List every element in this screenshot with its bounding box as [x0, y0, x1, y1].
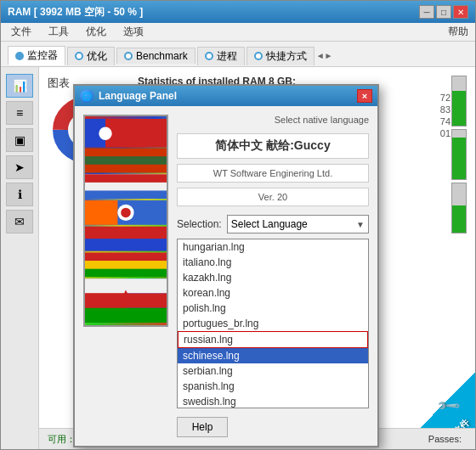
- dropdown-item-2[interactable]: kazakh.lng: [178, 270, 368, 285]
- dropdown-item-6[interactable]: russian.lng: [178, 331, 368, 348]
- tab-radio-process: [205, 52, 213, 60]
- dialog-body: Select native language 简体中文 献给:Guccy WT …: [75, 106, 377, 446]
- version-box: Ver. 20: [177, 188, 369, 206]
- dropdown-item-9[interactable]: swedish.lng: [178, 394, 368, 408]
- main-window: RAM [ 3992 MB 空闲 - 50 % ] ─ □ ✕ 文件 工具 优化…: [0, 0, 476, 450]
- title-text: RAM [ 3992 MB 空闲 - 50 % ]: [8, 5, 143, 20]
- dialog-title-text: Language Panel: [99, 90, 177, 102]
- flags-image: [83, 115, 168, 327]
- dropdown-value: Select Language: [231, 218, 308, 230]
- svg-point-17: [121, 208, 131, 218]
- dropdown-item-schinese[interactable]: schinese.lng: [178, 348, 368, 363]
- close-button[interactable]: ✕: [453, 5, 468, 19]
- help-button[interactable]: Help: [177, 417, 228, 437]
- dropdown-item-8[interactable]: spanish.lng: [178, 379, 368, 394]
- svg-rect-28: [85, 308, 167, 323]
- dropdown-item-7[interactable]: serbian.lng: [178, 363, 368, 379]
- tab-shortcuts[interactable]: 快捷方式: [246, 47, 314, 65]
- menu-options[interactable]: 选项: [120, 24, 147, 40]
- dialog-icon: 🌐: [80, 89, 94, 103]
- dialog-right: Select native language 简体中文 献给:Guccy WT …: [177, 115, 369, 437]
- tab-arrow[interactable]: ◄►: [316, 51, 333, 60]
- dropdown-item-1[interactable]: italiano.lng: [178, 255, 368, 270]
- dialog-title-left: 🌐 Language Panel: [80, 89, 177, 103]
- tab-radio-benchmark: [124, 52, 133, 60]
- title-bar: RAM [ 3992 MB 空闲 - 50 % ] ─ □ ✕: [1, 1, 475, 23]
- menu-help[interactable]: 帮助: [448, 25, 468, 39]
- dialog-header-text: Select native language: [177, 115, 369, 125]
- svg-rect-15: [85, 200, 117, 225]
- tab-monitor[interactable]: 监控器: [8, 46, 65, 65]
- menu-optimize[interactable]: 优化: [82, 24, 110, 40]
- svg-rect-22: [85, 269, 167, 278]
- dialog-title-bar: 🌐 Language Panel ×: [75, 86, 377, 106]
- menu-items: 文件 工具 优化 选项: [8, 24, 147, 40]
- tab-benchmark[interactable]: Benchmark: [116, 48, 196, 64]
- svg-rect-10: [85, 165, 167, 173]
- company-box: WT Software Enginering Ltd.: [177, 164, 369, 183]
- svg-rect-12: [85, 174, 167, 183]
- language-dialog: 🌐 Language Panel ×: [73, 84, 379, 447]
- selection-row: Selection: Select Language ▼: [177, 215, 369, 233]
- tab-radio-monitor: [15, 52, 24, 60]
- dialog-close-button[interactable]: ×: [357, 89, 372, 103]
- lang-name-box: 简体中文 献给:Guccy: [177, 133, 369, 159]
- title-buttons: ─ □ ✕: [419, 5, 468, 19]
- dropdown-item-5[interactable]: portugues_br.lng: [178, 316, 368, 331]
- svg-point-7: [99, 127, 111, 140]
- svg-rect-27: [85, 293, 167, 307]
- svg-rect-9: [85, 149, 167, 157]
- menu-file[interactable]: 文件: [8, 24, 35, 40]
- tab-process[interactable]: 进程: [197, 47, 245, 65]
- dialog-overlay: 🌐 Language Panel ×: [1, 67, 475, 449]
- menu-tools[interactable]: 工具: [45, 24, 72, 40]
- tab-optimize[interactable]: 优化: [67, 47, 115, 65]
- dropdown-arrow-icon: ▼: [356, 220, 365, 229]
- tab-bar: 监控器 优化 Benchmark 进程 快捷方式 ◄►: [1, 42, 475, 67]
- menu-bar: 文件 工具 优化 选项 帮助: [1, 23, 475, 42]
- content-area: 📊 ≡ ▣ ➤ ℹ ✉ 图表 50%: [1, 67, 475, 449]
- maximize-button[interactable]: □: [436, 5, 451, 19]
- tab-radio-optimize: [75, 52, 83, 60]
- selection-label: Selection:: [177, 218, 222, 230]
- dropdown-item-0[interactable]: hungarian.lng: [178, 239, 368, 255]
- minimize-button[interactable]: ─: [419, 5, 434, 19]
- svg-rect-13: [85, 190, 167, 199]
- dropdown-item-4[interactable]: polish.lng: [178, 301, 368, 316]
- selection-dropdown[interactable]: Select Language ▼: [227, 215, 369, 233]
- svg-rect-21: [85, 252, 167, 261]
- tab-radio-shortcuts: [254, 52, 263, 60]
- dropdown-list[interactable]: hungarian.lng italiano.lng kazakh.lng ko…: [177, 239, 369, 408]
- dropdown-item-3[interactable]: korean.lng: [178, 285, 368, 301]
- svg-rect-19: [85, 239, 167, 250]
